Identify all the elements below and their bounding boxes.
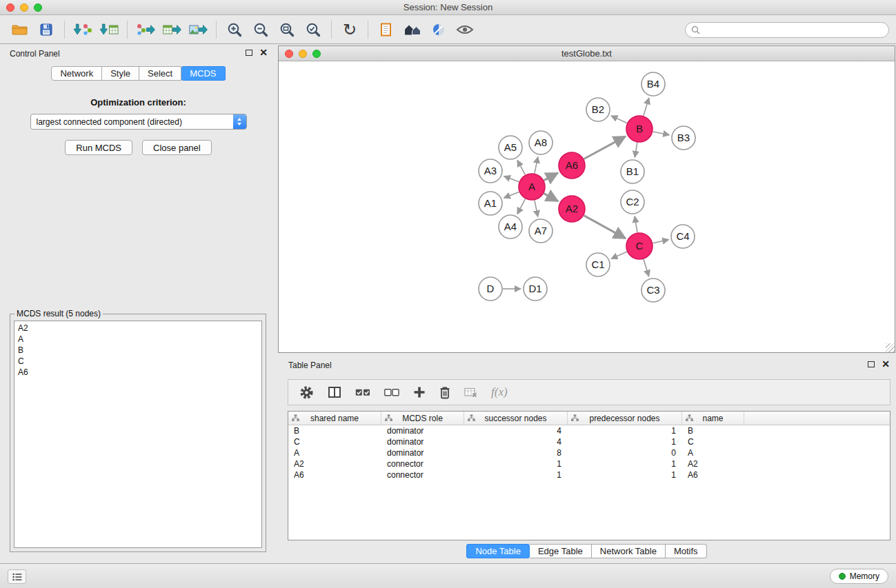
close-network-button[interactable] bbox=[285, 50, 293, 58]
graph-edge-A-A4[interactable] bbox=[517, 199, 526, 214]
graph-node-B2[interactable]: B2 bbox=[586, 98, 610, 121]
graph-edge-A-A1[interactable] bbox=[504, 192, 519, 198]
zoom-in-button[interactable] bbox=[221, 19, 248, 41]
column-header-MCDS-role[interactable]: MCDS role bbox=[381, 412, 464, 425]
table-cell[interactable]: C bbox=[682, 436, 744, 447]
export-network-button[interactable] bbox=[132, 19, 159, 41]
refresh-layout-button[interactable]: ↻ bbox=[337, 19, 363, 41]
graph-node-C[interactable]: C bbox=[626, 233, 653, 259]
search-field[interactable] bbox=[685, 22, 889, 38]
table-cell[interactable]: 8 bbox=[464, 447, 568, 458]
table-cell[interactable]: 4 bbox=[464, 436, 568, 447]
graphics-details-button[interactable] bbox=[426, 19, 452, 41]
delete-rows-button[interactable] bbox=[439, 386, 450, 399]
graph-edge-B-B3[interactable] bbox=[653, 132, 670, 135]
graph-edge-A-A2[interactable] bbox=[544, 194, 558, 201]
select-all-button[interactable] bbox=[355, 388, 370, 397]
resize-grip-icon[interactable] bbox=[886, 343, 895, 352]
first-neighbors-button[interactable] bbox=[373, 19, 399, 41]
table-cell[interactable]: dominator bbox=[381, 436, 464, 447]
graph-edge-A2-C[interactable] bbox=[584, 216, 626, 239]
mcds-result-item[interactable]: B bbox=[18, 345, 258, 356]
network-canvas[interactable]: B4B2BB3A5A8A6B1A3AC2A1A2A4A7C4CC1C3DD1 bbox=[279, 62, 895, 352]
float-table-panel-icon[interactable] bbox=[868, 361, 875, 367]
graph-edge-B-B2[interactable] bbox=[611, 116, 627, 123]
graph-edge-C-C2[interactable] bbox=[635, 216, 637, 232]
graph-node-C3[interactable]: C3 bbox=[641, 278, 665, 302]
graph-edge-C-C3[interactable] bbox=[644, 259, 649, 276]
table-row[interactable]: Cdominator41C bbox=[288, 436, 890, 447]
table-row[interactable]: A6connector11A6 bbox=[288, 469, 890, 480]
graph-node-B4[interactable]: B4 bbox=[641, 72, 665, 96]
graph-node-D[interactable]: D bbox=[479, 277, 502, 301]
import-network-file-button[interactable] bbox=[70, 19, 96, 41]
close-table-panel-icon[interactable]: ✕ bbox=[882, 360, 890, 368]
tab-select[interactable]: Select bbox=[139, 66, 181, 81]
tab-network[interactable]: Network bbox=[51, 66, 102, 81]
search-input[interactable] bbox=[704, 24, 883, 35]
graph-edge-A6-B[interactable] bbox=[584, 136, 626, 159]
table-cell[interactable]: B bbox=[288, 425, 381, 436]
close-window-button[interactable] bbox=[6, 3, 14, 12]
table-settings-button[interactable] bbox=[299, 385, 314, 400]
graph-edge-A-A5[interactable] bbox=[517, 160, 525, 174]
table-cell[interactable]: C bbox=[288, 436, 381, 447]
graph-node-D1[interactable]: D1 bbox=[524, 277, 547, 301]
graph-node-A7[interactable]: A7 bbox=[529, 219, 552, 243]
table-cell[interactable]: 1 bbox=[568, 469, 682, 480]
graph-node-A5[interactable]: A5 bbox=[499, 136, 522, 159]
graph-edge-A-A8[interactable] bbox=[535, 157, 538, 174]
maximize-network-button[interactable] bbox=[312, 50, 321, 58]
column-header-name[interactable]: name bbox=[682, 412, 744, 425]
run-mcds-button[interactable]: Run MCDS bbox=[65, 140, 132, 155]
table-cell[interactable]: A6 bbox=[288, 469, 381, 480]
export-table-button[interactable] bbox=[159, 19, 185, 41]
graph-edge-C-C1[interactable] bbox=[611, 252, 627, 258]
table-cell[interactable]: dominator bbox=[381, 447, 464, 458]
table-cell[interactable]: 1 bbox=[568, 425, 682, 436]
optimization-criterion-dropdown[interactable]: largest connected component (directed) bbox=[30, 114, 247, 130]
table-cell[interactable]: 1 bbox=[568, 436, 682, 447]
column-header-successor-nodes[interactable]: successor nodes bbox=[464, 412, 568, 425]
graph-node-B[interactable]: B bbox=[626, 116, 653, 142]
table-cell[interactable]: 1 bbox=[568, 458, 682, 469]
table-row[interactable]: Bdominator41B bbox=[288, 425, 890, 436]
status-menu-button[interactable] bbox=[8, 569, 26, 584]
graph-node-A6[interactable]: A6 bbox=[559, 152, 585, 179]
table-cell[interactable]: 1 bbox=[464, 458, 568, 469]
table-cell[interactable]: 0 bbox=[568, 447, 682, 458]
table-cell[interactable]: A bbox=[288, 447, 381, 458]
table-cell[interactable]: B bbox=[682, 425, 744, 436]
graph-node-A8[interactable]: A8 bbox=[529, 131, 552, 154]
graph-node-A3[interactable]: A3 bbox=[479, 159, 502, 183]
column-header-shared-name[interactable]: shared name bbox=[288, 412, 381, 425]
tab-edge-table[interactable]: Edge Table bbox=[530, 544, 592, 558]
open-file-button[interactable] bbox=[7, 19, 33, 41]
mcds-result-item[interactable]: C bbox=[18, 356, 258, 367]
table-cell[interactable]: 4 bbox=[464, 425, 568, 436]
add-row-button[interactable] bbox=[413, 386, 426, 398]
table-cell[interactable]: 1 bbox=[464, 469, 568, 480]
close-panel-icon[interactable]: ✕ bbox=[259, 48, 268, 57]
graph-edge-A-A6[interactable] bbox=[544, 173, 558, 181]
graph-node-A4[interactable]: A4 bbox=[499, 215, 522, 239]
graph-edge-B-B1[interactable] bbox=[635, 143, 637, 158]
table-cell[interactable]: dominator bbox=[381, 425, 464, 436]
graph-edge-C-C4[interactable] bbox=[653, 240, 669, 243]
show-columns-button[interactable] bbox=[328, 386, 341, 398]
graph-node-B3[interactable]: B3 bbox=[672, 126, 695, 150]
graph-node-C2[interactable]: C2 bbox=[621, 190, 644, 214]
float-panel-icon[interactable] bbox=[246, 50, 252, 56]
graph-node-C1[interactable]: C1 bbox=[586, 253, 610, 276]
tab-network-table[interactable]: Network Table bbox=[592, 544, 666, 558]
network-overview-button[interactable] bbox=[399, 19, 426, 41]
save-session-button[interactable] bbox=[33, 19, 59, 41]
minimize-network-button[interactable] bbox=[299, 50, 307, 58]
graph-node-A1[interactable]: A1 bbox=[479, 192, 502, 215]
table-cell[interactable]: A6 bbox=[682, 469, 744, 480]
table-cell[interactable]: A bbox=[682, 447, 744, 458]
table-cell[interactable]: connector bbox=[381, 469, 464, 480]
graph-node-C4[interactable]: C4 bbox=[671, 225, 695, 248]
unselect-all-button[interactable] bbox=[384, 388, 399, 397]
table-row[interactable]: A2connector11A2 bbox=[288, 458, 890, 469]
